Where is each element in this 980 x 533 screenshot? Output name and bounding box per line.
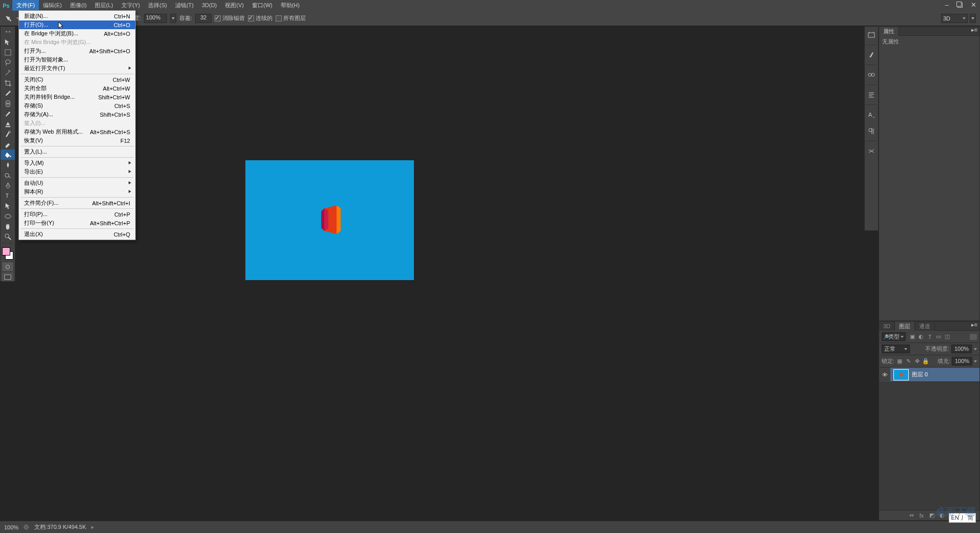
menu-item[interactable]: 打印一份(Y)Alt+Shift+Ctrl+P [19, 219, 135, 227]
menu-layer[interactable]: 图层(L) [91, 0, 117, 11]
brush-tool[interactable] [1, 109, 15, 119]
menu-item[interactable]: 恢复(V)F12 [19, 136, 135, 145]
menu-item[interactable]: 最近打开文件(T) [19, 64, 135, 73]
fg-bg-color-swatch[interactable] [1, 246, 14, 261]
hand-tool[interactable] [1, 221, 15, 231]
panel-menu-icon[interactable]: ▸≡ [969, 27, 979, 35]
window-restore-button[interactable] [953, 0, 967, 10]
panel-clone-icon[interactable] [865, 68, 878, 82]
filter-pixel-icon[interactable]: ▣ [909, 333, 916, 340]
pen-tool[interactable] [1, 180, 15, 190]
menu-file[interactable]: 文件(F) [12, 0, 39, 11]
foreground-color-swatch[interactable] [2, 247, 10, 255]
menu-item[interactable]: 关闭全部Alt+Ctrl+W [19, 84, 135, 93]
menu-window[interactable]: 窗口(W) [248, 0, 277, 11]
lock-position-icon[interactable]: ✥ [913, 358, 921, 365]
menu-view[interactable]: 视图(V) [221, 0, 248, 11]
layer-opacity-input[interactable]: 100% [951, 345, 972, 353]
layer-item-0[interactable]: 👁 图层 0 [879, 368, 979, 382]
eyedropper-tool[interactable] [1, 88, 15, 98]
filter-type-icon[interactable]: T [926, 333, 933, 340]
tab-channels[interactable]: 通道 [915, 322, 935, 331]
opacity-input[interactable]: 100% [144, 14, 167, 23]
dodge-tool[interactable] [1, 170, 15, 180]
panel-character-icon[interactable]: A [865, 108, 878, 122]
tolerance-input[interactable]: 32 [195, 14, 212, 23]
menu-item[interactable]: 存储为 Web 所用格式...Alt+Shift+Ctrl+S [19, 127, 135, 136]
menu-item[interactable]: 打开(O)...Ctrl+O [19, 20, 135, 29]
menu-select[interactable]: 选择(S) [144, 0, 171, 11]
tab-layers[interactable]: 图层 [895, 322, 915, 331]
current-tool-icon[interactable] [3, 13, 13, 24]
menu-filter[interactable]: 滤镜(T) [171, 0, 198, 11]
status-zoom-value[interactable]: 100% [4, 524, 18, 530]
window-minimize-button[interactable]: – [940, 0, 953, 10]
lasso-tool[interactable] [1, 57, 15, 68]
quickmask-button[interactable] [3, 263, 13, 271]
menu-item[interactable]: 关闭并转到 Bridge...Shift+Ctrl+W [19, 93, 135, 101]
marquee-tool[interactable] [1, 47, 15, 57]
history-brush-tool[interactable] [1, 129, 15, 139]
layer-filter-type-select[interactable]: 类型 [882, 332, 906, 341]
menu-help[interactable]: 帮助(H) [277, 0, 304, 11]
panel-tools-icon[interactable] [865, 144, 878, 158]
menu-item[interactable]: 打开为智能对象... [19, 55, 135, 64]
antialias-checkbox[interactable]: 消除锯齿 [215, 14, 245, 22]
panel-brush-icon[interactable] [865, 48, 878, 62]
filter-shape-icon[interactable]: ▭ [935, 333, 942, 340]
menu-item[interactable]: 文件简介(F)...Alt+Shift+Ctrl+I [19, 199, 135, 207]
type-tool[interactable]: T [1, 190, 15, 201]
menu-item[interactable]: 新建(N)...Ctrl+N [19, 12, 135, 20]
menu-item[interactable]: 导出(E) [19, 167, 135, 176]
eraser-tool[interactable] [1, 139, 15, 150]
menu-item[interactable]: 置入(L)... [19, 147, 135, 156]
clone-stamp-tool[interactable] [1, 119, 15, 129]
menu-type[interactable]: 文字(Y) [117, 0, 144, 11]
menu-item[interactable]: 在 Bridge 中浏览(B)...Alt+Ctrl+O [19, 29, 135, 38]
tab-3d[interactable]: 3D [879, 322, 895, 331]
panel-history-icon[interactable] [865, 28, 878, 42]
menu-item[interactable]: 存储为(A)...Shift+Ctrl+S [19, 110, 135, 119]
menu-item[interactable]: 关闭(C)Ctrl+W [19, 75, 135, 84]
blur-tool[interactable] [1, 160, 15, 170]
filter-smart-icon[interactable]: ◫ [944, 333, 951, 340]
screenmode-button[interactable] [3, 273, 13, 281]
collapse-toolbar-icon[interactable] [1, 27, 15, 37]
canvas-area[interactable] [15, 26, 864, 521]
document-canvas[interactable] [245, 160, 414, 280]
lock-transparency-icon[interactable]: ▦ [896, 358, 903, 365]
move-tool[interactable] [1, 37, 15, 47]
magic-wand-tool[interactable] [1, 68, 15, 78]
layer-list[interactable]: 👁 图层 0 [879, 368, 979, 510]
lock-image-icon[interactable]: ✎ [905, 358, 912, 365]
menu-item[interactable]: 打印(P)...Ctrl+P [19, 210, 135, 219]
menu-item[interactable]: 退出(X)Ctrl+Q [19, 230, 135, 239]
link-layers-icon[interactable]: ⇔ [908, 512, 915, 519]
blend-mode-select[interactable]: 正常 [882, 345, 910, 353]
chevron-down-icon[interactable] [974, 360, 977, 363]
status-zoom-icon[interactable]: ⭗ [24, 524, 29, 530]
layer-fx-icon[interactable]: fx [918, 512, 925, 519]
layer-fill-input[interactable]: 100% [952, 357, 972, 366]
zoom-tool[interactable] [1, 231, 15, 242]
menu-image[interactable]: 图像(I) [66, 0, 91, 11]
panel-paragraph-icon[interactable] [865, 88, 878, 102]
lock-all-icon[interactable]: 🔒 [922, 358, 929, 365]
menu-item[interactable]: 导入(M) [19, 159, 135, 167]
tab-properties[interactable]: 属性 [879, 27, 899, 36]
all-layers-checkbox[interactable]: 所有图层 [276, 14, 306, 22]
healing-brush-tool[interactable] [1, 98, 15, 109]
panel-menu-icon[interactable]: ▸≡ [969, 322, 979, 330]
layer-visibility-icon[interactable]: 👁 [879, 368, 890, 382]
menu-item[interactable]: 自动(U) [19, 179, 135, 187]
layer-thumbnail[interactable] [893, 369, 909, 380]
opacity-dropdown-icon[interactable] [170, 14, 176, 23]
crop-tool[interactable] [1, 78, 15, 88]
paint-bucket-tool[interactable] [1, 150, 15, 160]
window-close-button[interactable]: ✕ [967, 0, 980, 10]
contiguous-checkbox[interactable]: 连续的 [248, 14, 273, 22]
filter-toggle-switch[interactable] [970, 334, 977, 340]
menu-3d[interactable]: 3D(D) [198, 0, 221, 11]
menu-item[interactable]: 存储(S)Ctrl+S [19, 101, 135, 110]
status-arrow-icon[interactable]: ▸ [91, 524, 94, 530]
